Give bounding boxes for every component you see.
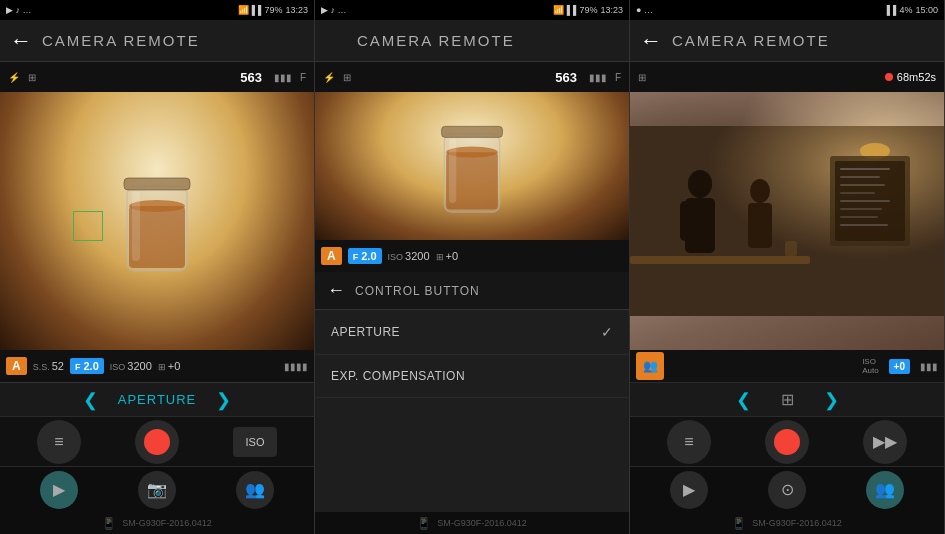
iso-control-1: ISO 3200 xyxy=(110,360,152,372)
play-mode-btn-3[interactable]: ▶ xyxy=(670,471,708,509)
image-icon-3: ⊞ xyxy=(781,390,794,409)
panel-2: ▶ ♪ … 📶 ▌▌79% 13:23 CAMERA REMOTE ⚡ ⊞ 56… xyxy=(315,0,630,534)
svg-rect-28 xyxy=(840,224,888,226)
camera-mode-btn-1[interactable]: 📷 xyxy=(138,471,176,509)
info-bar-3: ⊞ 68m52s xyxy=(630,62,944,92)
viewfinder-2[interactable] xyxy=(315,92,629,240)
middle-action-bar-3: ≡ ▶▶ xyxy=(630,416,944,466)
back-button-3[interactable]: ← xyxy=(640,28,662,54)
card-icon-3: ⊞ xyxy=(638,72,646,83)
dropdown-item-aperture[interactable]: APERTURE ✓ xyxy=(315,310,629,355)
panel-1: ▶ ♪ … 📶 ▌▌79% 13:23 ← CAMERA REMOTE ⚡ ⊞ … xyxy=(0,0,315,534)
controls-bar-1: A S.S. 52 F 2.0 ISO 3200 ⊞ +0 ▮▮▮▮ xyxy=(0,350,314,382)
aperture-next-3[interactable]: ❯ xyxy=(824,389,839,411)
status-indicators-3: ● … xyxy=(636,5,653,15)
battery-3: ▮▮▮ xyxy=(920,361,938,372)
record-dot-1 xyxy=(144,429,170,455)
svg-point-16 xyxy=(750,179,770,203)
cafe-scene-3 xyxy=(630,92,944,350)
ev-option-label: EXP. COMPENSATION xyxy=(331,369,465,383)
viewfinder-1[interactable] xyxy=(0,92,314,350)
jar-svg-1 xyxy=(112,156,202,286)
aperture-prev-1[interactable]: ❮ xyxy=(83,389,98,411)
iso-value-1: 3200 xyxy=(127,360,151,372)
ev-control-1: ⊞ +0 xyxy=(158,360,181,372)
record-button-1[interactable] xyxy=(135,420,179,464)
play-mode-btn-1[interactable]: ▶ xyxy=(40,471,78,509)
dropdown-header-2: ← CONTROL BUTTON xyxy=(315,272,629,310)
status-indicators-2: ▶ ♪ … xyxy=(321,5,347,15)
viewfinder-3[interactable] xyxy=(630,92,944,350)
fstop-value-2: 2.0 xyxy=(361,250,376,262)
iso-button-1[interactable]: ISO xyxy=(233,427,277,457)
phone-icon-2: 📱 xyxy=(417,517,431,530)
back-button-1[interactable]: ← xyxy=(10,28,32,54)
camera-mode-btn-3[interactable]: ⊙ xyxy=(768,471,806,509)
list-icon-1: ≡ xyxy=(54,433,63,451)
svg-rect-1 xyxy=(124,178,190,190)
iso-label-2: ISO xyxy=(388,252,404,262)
status-bar-2: ▶ ♪ … 📶 ▌▌79% 13:23 xyxy=(315,0,629,20)
battery-icon-1: ▮▮▮ xyxy=(274,72,292,83)
ev-icon-2: ⊞ xyxy=(436,252,444,262)
drive-icon-2: ⊞ xyxy=(343,72,351,83)
list-button-3[interactable]: ≡ xyxy=(667,420,711,464)
iso-control-2: ISO 3200 xyxy=(388,250,430,262)
video-icon-1: 👥 xyxy=(245,480,265,499)
drive-button-3[interactable]: ▶▶ xyxy=(863,420,907,464)
iso-label-1: ISO xyxy=(110,362,126,372)
signal-3: ▌▌4% xyxy=(887,5,913,15)
people-mode-btn-3[interactable]: 👥 xyxy=(636,352,664,380)
play-icon-1: ▶ xyxy=(53,480,65,499)
dropdown-back-btn-2[interactable]: ← xyxy=(327,280,345,301)
fstop-value-1: 2.0 xyxy=(84,360,99,372)
aperture-nav-3: ❮ ⊞ ❯ xyxy=(630,382,944,416)
ev-badge-3[interactable]: +0 xyxy=(889,359,910,374)
aperture-prev-3[interactable]: ❮ xyxy=(736,389,751,411)
aperture-option-label: APERTURE xyxy=(331,325,400,339)
time-3: 15:00 xyxy=(915,5,938,15)
status-indicators-1: ▶ ♪ … xyxy=(6,5,32,15)
list-icon-3: ≡ xyxy=(684,433,693,451)
fstop-badge-2[interactable]: F 2.0 xyxy=(348,248,382,264)
fstop-f-1: F xyxy=(75,362,81,372)
status-right-2: 📶 ▌▌79% 13:23 xyxy=(553,5,623,15)
dropdown-title-2: CONTROL BUTTON xyxy=(355,284,480,298)
record-button-3[interactable] xyxy=(765,420,809,464)
svg-rect-24 xyxy=(840,192,875,194)
phone-icon-1: 📱 xyxy=(102,517,116,530)
record-dot-btn-3 xyxy=(774,429,800,455)
play-icon-3: ▶ xyxy=(683,480,695,499)
app-header-3: ← CAMERA REMOTE xyxy=(630,20,944,62)
aperture-next-1[interactable]: ❯ xyxy=(216,389,231,411)
info-bar-1: ⚡ ⊞ 563 ▮▮▮ F xyxy=(0,62,314,92)
mode-badge-1[interactable]: A xyxy=(6,357,27,375)
rec-dot-3 xyxy=(885,73,893,81)
signal-1: ▌▌79% xyxy=(252,5,283,15)
dropdown-item-ev[interactable]: EXP. COMPENSATION xyxy=(315,355,629,398)
signal-2: ▌▌79% xyxy=(567,5,598,15)
mode-badge-2[interactable]: A xyxy=(321,247,342,265)
aperture-label-1: APERTURE xyxy=(118,392,197,407)
svg-rect-26 xyxy=(840,208,882,210)
bottom-action-bar-3: ▶ ⊙ 👥 xyxy=(630,466,944,512)
controls-bar-3: 👥 ISOAuto +0 ▮▮▮ xyxy=(630,350,944,382)
svg-rect-4 xyxy=(132,191,140,261)
rec-indicator-3: 68m52s xyxy=(885,71,936,83)
svg-rect-18 xyxy=(630,256,810,264)
video-mode-btn-1[interactable]: 👥 xyxy=(236,471,274,509)
status-bar-3: ● … ▌▌4% 15:00 xyxy=(630,0,944,20)
rec-time-3: 68m52s xyxy=(897,71,936,83)
app-header-1: ← CAMERA REMOTE xyxy=(0,20,314,62)
video-mode-btn-3[interactable]: 👥 xyxy=(866,471,904,509)
fstop-badge-1[interactable]: F 2.0 xyxy=(70,358,104,374)
device-footer-3: 📱 SM-G930F-2016.0412 xyxy=(630,512,944,534)
device-footer-1: 📱 SM-G930F-2016.0412 xyxy=(0,512,314,534)
battery-icon-2: ▮▮▮ xyxy=(589,72,607,83)
jar-scene-1 xyxy=(0,92,314,350)
wifi-icon-2: 📶 xyxy=(553,5,564,15)
wifi-icon-1: 📶 xyxy=(238,5,249,15)
list-button-1[interactable]: ≡ xyxy=(37,420,81,464)
device-footer-2: 📱 SM-G930F-2016.0412 xyxy=(315,512,629,534)
drive-icon-btn-3: ▶▶ xyxy=(873,432,897,451)
